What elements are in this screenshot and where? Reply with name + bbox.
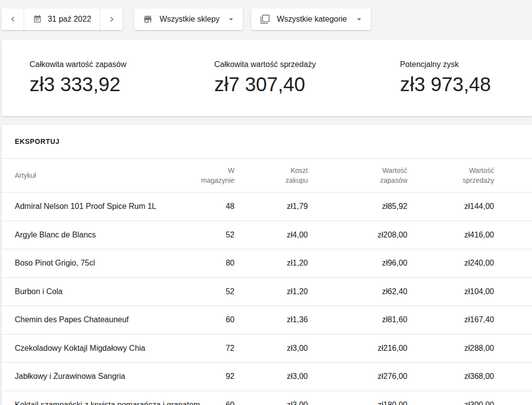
store-icon [143, 14, 153, 24]
stock-value: zł62,40 [382, 287, 407, 296]
article-name: Argyle Blanc de Blancs [15, 231, 96, 239]
metric-label: Całkowita wartość sprzedaży [214, 60, 316, 69]
stock-value: zł276,00 [378, 372, 408, 381]
purchase-cost-value: zł4,00 [287, 231, 308, 239]
in-stock-value: 52 [226, 231, 234, 239]
export-button[interactable]: EKSPORTUJ [15, 137, 60, 145]
dropdown-arrow-icon [226, 14, 236, 24]
stock-value: zł180,00 [378, 401, 408, 405]
stores-filter-label: Wszystkie sklepy [160, 15, 220, 24]
metric-total-stock-value: Całkowita wartość zapasów zł3 333,92 [30, 60, 127, 96]
categories-filter-dropdown[interactable]: Wszystkie kategorie [251, 8, 371, 30]
sales-value: zł288,00 [465, 344, 495, 353]
in-stock-value: 52 [226, 287, 234, 296]
table-row[interactable]: Koktajl szampański z krwistą pomarańczą … [1, 391, 532, 405]
column-header-stock-value[interactable]: Wartość zapasów [380, 166, 407, 185]
chevron-right-icon [107, 14, 117, 24]
summary-card: Całkowita wartość zapasów zł3 333,92 Cał… [1, 40, 532, 116]
metric-value: zł7 307,40 [214, 73, 316, 96]
in-stock-value: 72 [226, 344, 234, 353]
table-row[interactable]: Admiral Nelson 101 Proof Spice Rum 1L 48… [1, 193, 532, 221]
purchase-cost-value: zł3,00 [287, 372, 308, 381]
in-stock-value: 60 [226, 315, 234, 324]
purchase-cost-value: zł1,36 [287, 315, 308, 324]
table-row[interactable]: Jabłkowy i Żurawinowa Sangria 92 zł3,00 … [1, 363, 532, 391]
sales-value: zł240,00 [465, 259, 495, 268]
purchase-cost-value: zł3,00 [287, 401, 308, 405]
stock-value: zł96,00 [382, 259, 407, 268]
table-row[interactable]: Burbon i Cola 52 zł1,20 zł62,40 zł104,00 [1, 278, 532, 306]
column-header-sales-value[interactable]: Wartość sprzedaży [463, 166, 494, 185]
table-header-row: Artykuł W magazynie Koszt zakupu Wartość… [1, 158, 532, 193]
inventory-table-card: EKSPORTUJ Artykuł W magazynie Koszt zaku… [1, 125, 532, 405]
chevron-left-icon [8, 14, 18, 24]
purchase-cost-value: zł3,00 [287, 344, 308, 353]
column-header-in-stock[interactable]: W magazynie [201, 166, 234, 185]
article-name: Czekoladowy Koktajl Migdałowy Chia [15, 344, 145, 353]
column-header-purchase-cost[interactable]: Koszt zakupu [286, 166, 308, 185]
table-row[interactable]: Chemin des Papes Chateauneuf 60 zł1,36 z… [1, 306, 532, 335]
table-row[interactable]: Argyle Blanc de Blancs 52 zł4,00 zł208,0… [1, 221, 532, 250]
metric-label: Całkowita wartość zapasów [30, 60, 127, 69]
dropdown-arrow-icon [354, 14, 364, 24]
article-name: Jabłkowy i Żurawinowa Sangria [15, 372, 125, 381]
date-navigation: 31 paź 2022 [1, 8, 123, 30]
metric-value: zł3 973,48 [400, 73, 491, 96]
purchase-cost-value: zł1,79 [287, 202, 308, 211]
in-stock-value: 60 [226, 401, 234, 405]
sales-value: zł167,40 [465, 315, 495, 324]
article-name: Boso Pinot Grigio, 75cl [15, 259, 95, 268]
sales-value: zł104,00 [465, 287, 495, 296]
stores-filter-dropdown[interactable]: Wszystkie sklepy [134, 8, 243, 30]
selected-date: 31 paź 2022 [48, 15, 91, 24]
category-icon [260, 14, 270, 24]
stock-value: zł216,00 [378, 344, 408, 353]
date-picker-button[interactable]: 31 paź 2022 [24, 8, 100, 30]
next-date-button[interactable] [100, 8, 123, 30]
article-name: Koktajl szampański z krwistą pomarańczą … [15, 401, 200, 405]
metric-label: Potencjalny zysk [400, 60, 491, 69]
in-stock-value: 80 [226, 259, 234, 268]
table-row[interactable]: Boso Pinot Grigio, 75cl 80 zł1,20 zł96,0… [1, 249, 532, 278]
column-header-article[interactable]: Artykuł [15, 170, 36, 180]
table-toolbar: EKSPORTUJ [1, 125, 532, 158]
metric-potential-profit: Potencjalny zysk zł3 973,48 [400, 60, 491, 96]
previous-date-button[interactable] [1, 8, 24, 30]
calendar-icon [33, 15, 42, 24]
article-name: Chemin des Papes Chateauneuf [15, 315, 129, 324]
table-body: Admiral Nelson 101 Proof Spice Rum 1L 48… [1, 193, 532, 405]
stock-value: zł81,60 [382, 315, 407, 324]
in-stock-value: 48 [226, 202, 234, 211]
sales-value: zł368,00 [465, 372, 495, 381]
in-stock-value: 92 [226, 372, 234, 381]
sales-value: zł300,00 [465, 401, 495, 405]
sales-value: zł144,00 [465, 202, 495, 211]
categories-filter-label: Wszystkie kategorie [277, 15, 347, 24]
stock-value: zł208,00 [378, 231, 408, 239]
metric-total-sales-value: Całkowita wartość sprzedaży zł7 307,40 [214, 60, 316, 96]
purchase-cost-value: zł1,20 [287, 259, 308, 268]
article-name: Admiral Nelson 101 Proof Spice Rum 1L [15, 202, 156, 211]
stock-value: zł85,92 [382, 202, 407, 211]
purchase-cost-value: zł1,20 [287, 287, 308, 296]
metric-value: zł3 333,92 [30, 73, 127, 96]
table-row[interactable]: Czekoladowy Koktajl Migdałowy Chia 72 zł… [1, 335, 532, 363]
sales-value: zł416,00 [465, 231, 495, 239]
article-name: Burbon i Cola [15, 287, 63, 296]
